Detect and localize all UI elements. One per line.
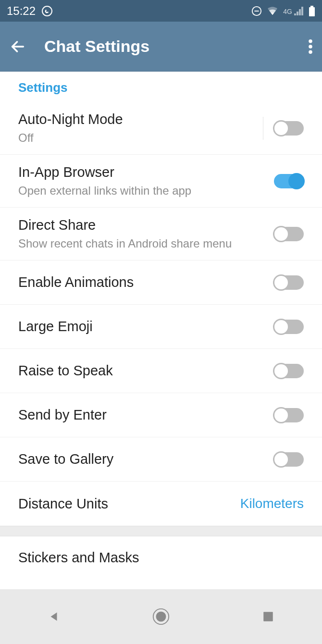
battery-icon <box>309 6 315 16</box>
row-in-app-browser[interactable]: In-App Browser Open external links withi… <box>0 155 322 208</box>
status-bar: 15:22 4G <box>0 0 322 22</box>
status-time: 15:22 <box>7 4 36 18</box>
row-direct-share[interactable]: Direct Share Show recent chats in Androi… <box>0 208 322 260</box>
row-stickers-and-masks[interactable]: Stickers and Masks <box>0 536 322 579</box>
section-header-settings: Settings <box>0 72 322 102</box>
wifi-icon <box>267 6 278 16</box>
row-title: Send by Enter <box>18 407 274 423</box>
row-title: Distance Units <box>18 496 240 512</box>
row-title: Auto-Night Mode <box>18 111 252 127</box>
cellular-4g-icon: 4G <box>283 7 304 15</box>
row-title: In-App Browser <box>18 164 274 180</box>
svg-rect-3 <box>310 6 313 7</box>
toggle-enable-animations[interactable] <box>274 275 304 290</box>
row-title: Save to Gallery <box>18 451 274 467</box>
row-value: Kilometers <box>240 496 304 511</box>
row-subtitle: Open external links within the app <box>18 184 274 198</box>
row-send-by-enter[interactable]: Send by Enter <box>0 393 322 437</box>
row-enable-animations[interactable]: Enable Animations <box>0 260 322 305</box>
do-not-disturb-icon <box>251 6 262 16</box>
row-save-to-gallery[interactable]: Save to Gallery <box>0 437 322 482</box>
vertical-divider <box>263 117 263 140</box>
row-distance-units[interactable]: Distance Units Kilometers <box>0 482 322 526</box>
row-title: Stickers and Masks <box>18 550 139 565</box>
toggle-direct-share[interactable] <box>274 227 304 241</box>
row-title: Raise to Speak <box>18 363 274 379</box>
android-nav-bar <box>0 589 322 644</box>
svg-rect-11 <box>264 612 273 621</box>
nav-home-button[interactable] <box>132 602 190 631</box>
toggle-raise-to-speak[interactable] <box>274 364 304 378</box>
row-large-emoji[interactable]: Large Emoji <box>0 305 322 349</box>
section-gap <box>0 526 322 536</box>
app-bar: Chat Settings <box>0 22 322 72</box>
toggle-auto-night[interactable] <box>274 121 304 136</box>
row-raise-to-speak[interactable]: Raise to Speak <box>0 349 322 393</box>
svg-point-10 <box>156 612 166 622</box>
row-subtitle: Show recent chats in Android share menu <box>18 237 274 250</box>
toggle-in-app-browser[interactable] <box>274 174 304 188</box>
page-title: Chat Settings <box>44 37 149 56</box>
toggle-save-to-gallery[interactable] <box>274 452 304 467</box>
row-subtitle: Off <box>18 131 252 145</box>
row-auto-night-mode[interactable]: Auto-Night Mode Off <box>0 102 322 155</box>
svg-point-7 <box>309 45 312 49</box>
nav-back-button[interactable] <box>25 602 83 631</box>
svg-rect-4 <box>309 7 315 16</box>
row-title: Enable Animations <box>18 274 274 290</box>
back-icon[interactable] <box>10 38 26 55</box>
more-icon[interactable] <box>309 39 312 54</box>
nav-recent-button[interactable] <box>239 602 297 631</box>
toggle-send-by-enter[interactable] <box>274 408 304 422</box>
svg-point-0 <box>42 6 52 16</box>
row-title: Large Emoji <box>18 319 274 334</box>
settings-list: Settings Auto-Night Mode Off In-App Brow… <box>0 72 322 589</box>
svg-point-6 <box>309 39 312 43</box>
row-title: Direct Share <box>18 217 274 233</box>
whatsapp-icon <box>41 5 53 17</box>
svg-point-8 <box>309 50 312 54</box>
toggle-large-emoji[interactable] <box>274 320 304 334</box>
